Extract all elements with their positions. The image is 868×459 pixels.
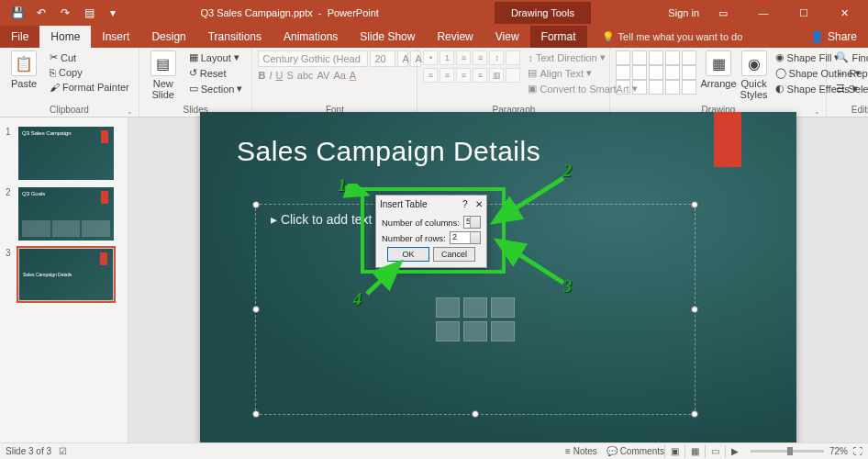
spellcheck-icon[interactable]: ☑	[59, 446, 67, 456]
insert-chart-icon[interactable]	[463, 297, 487, 318]
maximize-icon[interactable]: ☐	[787, 0, 820, 26]
font-color-icon[interactable]: A	[350, 70, 356, 81]
rows-input[interactable]: 2	[450, 231, 481, 244]
italic-icon[interactable]: I	[269, 70, 272, 81]
align-center-icon[interactable]: ≡	[440, 68, 454, 83]
tell-me-search[interactable]: 💡 Tell me what you want to do	[587, 26, 799, 48]
quick-styles-button[interactable]: ◉ Quick Styles	[740, 50, 768, 100]
tab-insert[interactable]: Insert	[91, 26, 140, 48]
format-painter-button[interactable]: 🖌 Format Painter	[46, 81, 133, 94]
dialog-help-icon[interactable]: ?	[462, 199, 468, 209]
minimize-icon[interactable]: —	[747, 0, 780, 26]
start-from-beginning-icon[interactable]: ▤	[79, 3, 99, 23]
filename: Q3 Sales Campaign.pptx	[200, 7, 312, 18]
decrease-font-icon[interactable]: A	[410, 50, 421, 67]
cancel-button[interactable]: Cancel	[433, 247, 475, 262]
line-spacing-icon[interactable]: ↕	[489, 50, 504, 65]
bullets-icon[interactable]: •	[423, 50, 438, 65]
copy-button[interactable]: ⎘ Copy	[46, 66, 133, 79]
fit-to-window-icon[interactable]: ⛶	[853, 446, 862, 456]
align-left-icon[interactable]: ≡	[423, 68, 438, 83]
thumbnail-2[interactable]: 2 Q3 Goals	[0, 184, 128, 244]
decrease-indent-icon[interactable]: ≡	[456, 50, 471, 65]
tab-slideshow[interactable]: Slide Show	[349, 26, 426, 48]
qat-customize-icon[interactable]: ▾	[103, 3, 123, 23]
thumbnail-3[interactable]: 3 Sales Campaign Details	[0, 244, 128, 305]
tab-home[interactable]: Home	[39, 26, 91, 48]
insert-table-icon[interactable]	[436, 297, 460, 318]
insert-video-icon[interactable]	[491, 321, 515, 341]
paste-button[interactable]: 📋 Paste	[6, 50, 42, 89]
zoom-slider[interactable]	[751, 450, 824, 453]
group-clipboard: 📋 Paste ✂ Cut ⎘ Copy 🖌 Format Painter Cl…	[0, 48, 139, 117]
insert-table-dialog: Insert Table ? ✕ Number of columns: 5 Nu…	[375, 195, 487, 268]
arrange-button[interactable]: ▦ Arrange	[700, 50, 736, 89]
align-text-button[interactable]: ▤ Align Text ▾	[524, 66, 640, 80]
undo-icon[interactable]: ↶	[31, 3, 51, 23]
cut-button[interactable]: ✂ Cut	[46, 50, 133, 64]
insert-picture-icon[interactable]	[436, 321, 460, 341]
replace-button[interactable]: ↔ Replace ▾	[832, 66, 868, 80]
align-right-icon[interactable]: ≡	[456, 68, 471, 83]
tab-design[interactable]: Design	[140, 26, 196, 48]
reset-button[interactable]: ↺ Reset	[185, 66, 247, 80]
title-bar: 💾 ↶ ↷ ▤ ▾ Q3 Sales Campaign.pptx - Power…	[0, 0, 868, 26]
font-size-select[interactable]: 20	[370, 50, 395, 67]
close-window-icon[interactable]: ✕	[828, 0, 861, 26]
reading-view-icon[interactable]: ▭	[705, 445, 725, 458]
tab-review[interactable]: Review	[426, 26, 484, 48]
increase-indent-icon[interactable]: ≡	[473, 50, 487, 65]
tab-animations[interactable]: Animations	[273, 26, 349, 48]
section-button[interactable]: ▭ Section ▾	[185, 82, 247, 95]
save-icon[interactable]: 💾	[7, 3, 28, 23]
share-button[interactable]: 👤 Share	[799, 26, 868, 48]
slideshow-view-icon[interactable]: ▶	[725, 445, 745, 458]
context-tab-title: Drawing Tools	[495, 2, 591, 24]
document-title: Q3 Sales Campaign.pptx - PowerPoint Draw…	[123, 7, 668, 18]
bold-icon[interactable]: B	[258, 70, 265, 81]
text-direction-button[interactable]: ↕ Text Direction ▾	[524, 50, 640, 64]
normal-view-icon[interactable]: ▣	[664, 445, 684, 458]
case-icon[interactable]: Aa	[333, 70, 345, 81]
shadow-icon[interactable]: S	[286, 70, 293, 81]
ribbon-tabs: File Home Insert Design Transitions Anim…	[0, 26, 868, 48]
font-family-select[interactable]: Century Gothic (Head	[258, 50, 368, 67]
spacing-icon[interactable]: AV	[317, 70, 330, 81]
find-button[interactable]: 🔍 Find	[832, 50, 868, 64]
sign-in-link[interactable]: Sign in	[668, 7, 699, 18]
slide-title[interactable]: Sales Campaign Details	[200, 112, 796, 167]
numbering-icon[interactable]: 1	[440, 50, 454, 65]
columns-label: Number of columns:	[382, 218, 460, 228]
notes-button[interactable]: ≡ Notes	[565, 446, 597, 456]
select-button[interactable]: ☰ Select ▾	[832, 82, 868, 95]
paste-icon: 📋	[11, 50, 37, 76]
new-slide-button[interactable]: ▤ New Slide	[145, 50, 182, 100]
insert-smartart-icon[interactable]	[491, 297, 515, 318]
columns-icon[interactable]: ▥	[489, 68, 504, 83]
slide-canvas[interactable]: Sales Campaign Details ▸ Click to add te…	[128, 118, 868, 442]
zoom-level[interactable]: 72%	[829, 446, 848, 456]
group-drawing: ▦ Arrange ◉ Quick Styles ◉ Shape Fill ▾ …	[610, 48, 827, 117]
layout-button[interactable]: ▦ Layout ▾	[185, 50, 247, 64]
ribbon-display-options-icon[interactable]: ▭	[707, 0, 740, 26]
tab-format[interactable]: Format	[530, 26, 587, 48]
redo-icon[interactable]: ↷	[55, 3, 75, 23]
justify-icon[interactable]: ≡	[473, 68, 487, 83]
columns-input[interactable]: 5	[463, 216, 481, 229]
strikethrough-icon[interactable]: abc	[297, 70, 314, 81]
slide-thumbnails-panel[interactable]: 1 Q3 Sales Campaign 2 Q3 Goals 3 Sales C…	[0, 118, 128, 442]
increase-font-icon[interactable]: A	[397, 50, 408, 67]
sorter-view-icon[interactable]: ▦	[684, 445, 705, 458]
group-label: Clipboard	[6, 104, 133, 117]
convert-smartart-button[interactable]: ▣ Convert to SmartArt ▾	[524, 82, 640, 95]
dialog-close-icon[interactable]: ✕	[475, 199, 483, 209]
tab-file[interactable]: File	[0, 26, 39, 48]
ok-button[interactable]: OK	[387, 247, 429, 262]
insert-online-picture-icon[interactable]	[463, 321, 487, 341]
tab-transitions[interactable]: Transitions	[197, 26, 273, 48]
tab-view[interactable]: View	[484, 26, 530, 48]
underline-icon[interactable]: U	[275, 70, 283, 81]
thumbnail-1[interactable]: 1 Q3 Sales Campaign	[0, 123, 128, 184]
slide-indicator[interactable]: Slide 3 of 3	[6, 446, 51, 456]
comments-button[interactable]: 💬 Comments	[606, 446, 664, 456]
